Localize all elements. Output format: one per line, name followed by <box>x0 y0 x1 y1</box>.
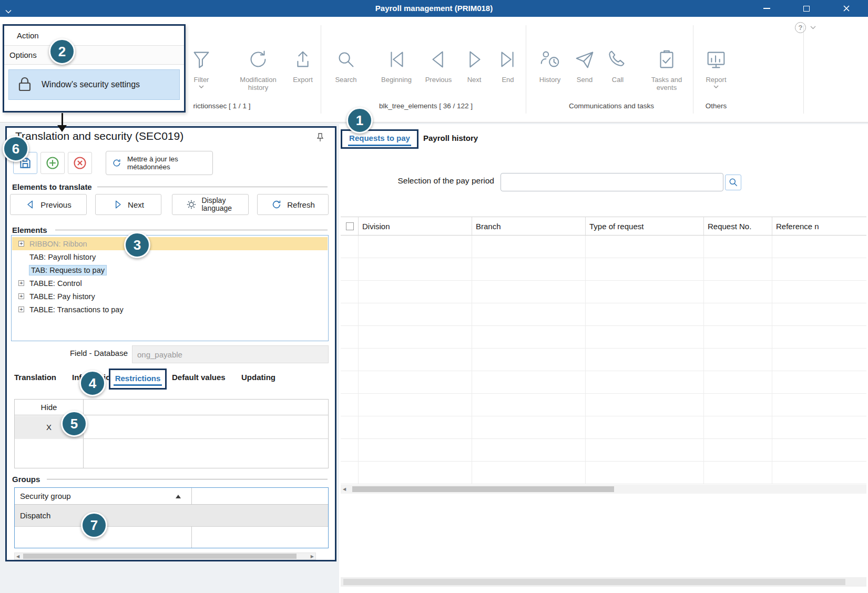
callout-number: 2 <box>58 44 66 60</box>
display-language-button[interactable]: Display language <box>172 194 249 215</box>
scroll-right-icon[interactable]: ▶ <box>311 554 314 559</box>
elements-tree: + RIBBON: Ribbon TAB: Payroll history TA… <box>11 235 329 341</box>
column-divider <box>585 217 586 235</box>
tree-item-table-pay-history[interactable]: + TABLE: Pay history <box>12 290 328 303</box>
column-header-request-no[interactable]: Request No. <box>708 217 751 236</box>
ribbon-button-label: Search <box>325 76 367 84</box>
callout-5: 5 <box>61 411 87 437</box>
maximize-button[interactable] <box>794 0 819 17</box>
security-group-column-header[interactable]: Security group <box>15 488 328 505</box>
menu-action-label: Action <box>17 31 39 40</box>
column-header-division[interactable]: Division <box>362 217 390 236</box>
panel-bottom-scrollbar[interactable] <box>341 577 866 587</box>
column-divider <box>472 236 472 484</box>
app-window: Payroll management (PRIM018) Filter Modi… <box>0 0 868 593</box>
menu-item-label: Window's security settings <box>42 80 140 89</box>
column-header-type-of-request[interactable]: Type of request <box>589 217 644 236</box>
delete-button[interactable] <box>68 152 92 174</box>
tree-item-ribbon[interactable]: + RIBBON: Ribbon <box>12 237 328 250</box>
refresh-icon <box>271 199 282 210</box>
ribbon-separator <box>526 25 526 114</box>
tab-updating[interactable]: Updating <box>241 373 275 382</box>
scroll-left-icon[interactable]: ◀ <box>16 554 19 559</box>
pay-period-input[interactable] <box>501 173 723 191</box>
tree-item-tab-requests-to-pay[interactable]: TAB: Requests to pay <box>12 263 328 277</box>
column-divider <box>585 236 586 484</box>
tree-item-label: TABLE: Transactions to pay <box>29 305 124 314</box>
close-button[interactable] <box>834 0 859 17</box>
column-divider <box>703 236 704 484</box>
tab-requests-to-pay-label: Requests to pay <box>348 132 411 146</box>
scrollbar-thumb[interactable] <box>343 579 845 585</box>
column-divider <box>472 217 472 235</box>
expander-plus-icon[interactable]: + <box>18 306 24 312</box>
skip-to-start-icon <box>375 44 417 75</box>
requests-panel: Requests to pay Payroll history Selectio… <box>339 124 868 593</box>
tab-translation[interactable]: Translation <box>14 373 56 382</box>
ribbon-beginning-button[interactable]: Beginning <box>375 44 417 84</box>
window-title: Payroll management (PRIM018) <box>0 0 868 17</box>
groups-table: Security group Dispatch <box>14 487 329 548</box>
add-button[interactable] <box>40 152 65 174</box>
ribbon-end-button[interactable]: End <box>487 44 529 84</box>
restrictions-table-header: Hide <box>15 400 328 415</box>
ribbon-button-label: Tasks and events <box>640 76 693 91</box>
section-divider <box>47 479 328 479</box>
ribbon-button-label: Modification history <box>233 76 283 91</box>
tree-item-tab-payroll-history[interactable]: TAB: Payroll history <box>12 250 328 263</box>
scrollbar-thumb[interactable] <box>352 486 614 492</box>
ribbon-button-label: Report <box>695 76 737 84</box>
sort-ascending-icon[interactable] <box>176 495 181 498</box>
tree-item-table-transactions-to-pay[interactable]: + TABLE: Transactions to pay <box>12 303 328 316</box>
ribbon-export-button[interactable]: Export <box>281 44 324 84</box>
menu-item-window-security-settings[interactable]: Window's security settings <box>8 69 180 100</box>
maximize-icon <box>803 6 810 12</box>
expander-plus-icon[interactable]: + <box>18 293 24 299</box>
requests-table-header: Division Branch Type of request Request … <box>341 217 866 236</box>
ribbon-call-button[interactable]: Call <box>597 44 639 84</box>
requests-table-body <box>341 236 866 484</box>
scroll-left-icon[interactable]: ◀ <box>343 487 346 492</box>
refresh-button[interactable]: Refresh <box>257 194 329 215</box>
ribbon-search-button[interactable]: Search <box>325 44 367 84</box>
clipboard-check-icon <box>640 44 693 75</box>
section-elements: Elements <box>12 226 47 234</box>
ribbon-tasks-events-button[interactable]: Tasks and events <box>640 44 693 91</box>
tree-item-label: TABLE: Pay history <box>29 292 95 301</box>
table-horizontal-scrollbar[interactable]: ◀ <box>341 485 866 494</box>
help-icon[interactable]: ? <box>795 22 806 33</box>
field-database-input[interactable] <box>132 345 329 363</box>
help-chevron-icon[interactable] <box>810 26 816 29</box>
pin-icon[interactable] <box>316 133 324 144</box>
expander-plus-icon[interactable]: + <box>18 280 24 286</box>
menu-options-header[interactable]: Options <box>4 46 184 65</box>
column-divider <box>703 217 704 235</box>
column-header-branch[interactable]: Branch <box>476 217 501 236</box>
scrollbar-thumb[interactable] <box>23 554 297 559</box>
tab-requests-to-pay[interactable]: Requests to pay <box>341 129 418 149</box>
minimize-button[interactable] <box>754 0 779 17</box>
callout-number: 3 <box>134 237 141 253</box>
previous-button[interactable]: Previous <box>10 194 87 215</box>
minimize-icon <box>763 8 770 9</box>
next-button[interactable]: Next <box>95 194 161 215</box>
tree-item-label: TAB: Requests to pay <box>29 265 106 275</box>
ribbon-modification-history-button[interactable]: Modification history <box>233 44 283 91</box>
callout-2: 2 <box>49 38 75 65</box>
tab-payroll-history[interactable]: Payroll history <box>423 134 478 142</box>
menu-action-tab[interactable]: Action <box>4 26 184 46</box>
groups-table-row-dispatch[interactable]: Dispatch <box>15 505 328 527</box>
ribbon-report-button[interactable]: Report <box>695 44 737 88</box>
pay-period-search-button[interactable] <box>725 175 741 190</box>
tab-restrictions[interactable]: Restrictions <box>109 369 167 390</box>
left-panel-horizontal-scrollbar[interactable]: ◀ ▶ <box>14 553 316 560</box>
select-all-checkbox[interactable] <box>346 222 354 230</box>
update-metadata-button[interactable]: Mettre à jour les métadonnées <box>106 151 213 175</box>
expander-plus-icon[interactable]: + <box>18 241 24 247</box>
column-header-reference[interactable]: Reference n <box>776 217 819 236</box>
section-groups: Groups <box>12 475 40 484</box>
tree-item-table-control[interactable]: + TABLE: Control <box>12 277 328 290</box>
callout-3: 3 <box>124 232 150 258</box>
callout-1: 1 <box>346 107 373 134</box>
tab-default-values[interactable]: Default values <box>172 373 226 382</box>
